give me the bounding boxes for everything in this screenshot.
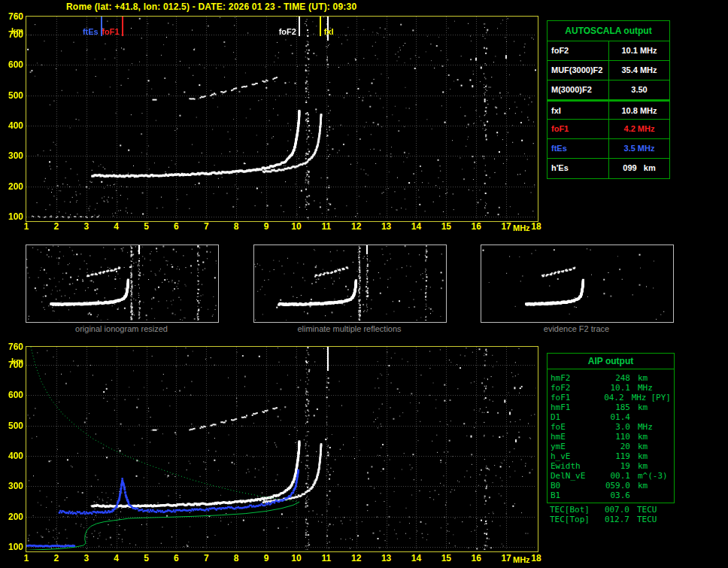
autoscala-panel-title: AUTOSCALA output [548,21,669,41]
aip-row-yme: ymE20km [548,442,674,451]
x-tick-label: 11 [319,554,334,563]
x-tick-label: 8 [229,222,244,231]
y-tick-label: 600 [1,60,23,69]
aip-row-h-ve: h_vE119km [548,451,674,461]
autoscala-parameter-label: fxI [548,102,609,119]
aip-parameter-value: 059.0 [599,481,630,491]
autoscala-output-panel: AUTOSCALA output foF210.1 MHzMUF(3000)F2… [547,20,670,179]
x-tick-label: 7 [199,554,214,563]
y-tick-label: 400 [1,451,23,460]
x-tick-label: 7 [199,222,214,231]
aip-parameter-unit: TECU [637,515,657,524]
autoscala-row-hes: h'Es099 km [548,159,669,178]
marker-label-ftEs: ftEs [83,28,99,36]
autoscala-parameter-label: M(3000)F2 [548,80,609,99]
x-tick-label: 13 [379,554,394,563]
aip-parameter-value: 19 [599,461,630,471]
aip-parameter-label: foF1 [551,393,595,402]
aip-row-tec-top-: TEC[Top]012.7TECU [547,515,675,524]
y-axis-unit-label: km [1,357,23,366]
y-tick-label: 100 [1,212,23,221]
aip-parameter-unit: km [638,481,648,491]
autoscala-row-fxi: fxI10.8 MHz [548,100,669,120]
aip-parameter-value: 03.6 [599,491,630,500]
autoscala-row-m3000f2: M(3000)F23.50 [548,80,669,100]
x-axis-unit-label: MHz [513,223,538,232]
y-tick-label: 300 [1,481,23,491]
aip-parameter-flag: [PY] [651,393,672,402]
aip-parameter-label: foF2 [551,383,599,393]
x-tick-label: 3 [79,554,94,563]
aip-parameter-value: 248 [599,373,630,383]
x-tick-label: 9 [259,222,274,231]
aip-parameter-value: 185 [599,402,630,412]
x-tick-label: 12 [349,554,364,563]
aip-parameter-value: 20 [599,442,630,451]
aip-row-fof2: foF210.1MHz [548,383,674,393]
aip-parameter-unit: MHz [632,393,647,402]
y-tick-label: 500 [1,421,23,430]
aip-parameter-value: 10.1 [599,383,630,393]
thumbnail-canvas-evidence-f2 [481,245,672,320]
aip-parameter-label: hmF1 [551,402,599,412]
marker-label-fxI: fxI [324,28,334,36]
aip-parameter-value: 3.0 [599,422,630,432]
y-axis-unit-label: km [1,26,23,35]
autoscala-parameter-value: 10.8 MHz [609,102,669,119]
autoscala-parameter-label: MUF(3000)F2 [548,61,609,80]
aip-row-hmf2: hmF2248km [548,373,674,383]
ionogram-profile-canvas [26,347,536,550]
ionogram-autoscala-canvas [26,17,536,220]
aip-tec-rows: TEC[Bot]007.0TECUTEC[Top]012.7TECU [547,505,675,524]
aip-row-deln-ve: DelN_vE00.1m^(-3) [548,471,674,481]
aip-parameter-unit: MHz [638,422,653,432]
aip-parameter-unit: MHz [638,383,653,393]
y-tick-label: 200 [1,512,23,521]
autoscala-row-muf3000f2: MUF(3000)F235.4 MHz [548,61,669,80]
aip-parameter-label: hmE [551,432,599,442]
aip-parameter-unit: km [638,451,648,461]
x-tick-label: 1 [19,554,34,563]
aip-row-b1: B103.6 [548,491,674,500]
x-tick-label: 14 [408,554,423,563]
x-tick-label: 17 [499,554,514,563]
x-tick-label: 4 [109,554,124,563]
x-tick-label: 6 [168,554,184,563]
aip-parameter-value: 110 [599,432,630,442]
aip-row-b0: B0059.0km [548,481,674,491]
marker-label-foF1: foF1 [102,28,119,36]
aip-parameter-unit: km [638,402,648,412]
x-tick-label: 1 [19,222,34,231]
autoscala-parameter-label: h'Es [548,159,609,178]
x-tick-label: 12 [349,222,364,231]
aip-parameter-unit: km [638,442,648,451]
station-date-time-header: Rome (lat: +41.8, lon: 012.5) - DATE: 20… [66,2,356,12]
x-tick-label: 2 [49,222,64,231]
y-tick-label: 500 [1,91,23,100]
x-tick-label: 10 [289,222,304,231]
top-ionogram-frame [26,16,538,222]
autoscala-parameter-value: 35.4 MHz [609,61,669,80]
aip-parameter-unit: TECU [637,505,657,515]
x-tick-label: 16 [469,554,484,563]
thumbnail-caption-evidence-f2: evidence F2 trace [481,324,672,333]
autoscala-parameter-label: ftEs [548,139,609,158]
autoscala-rows: foF210.1 MHzMUF(3000)F235.4 MHzM(3000)F2… [548,41,669,178]
autoscala-parameter-value: 099 km [609,159,669,178]
y-tick-label: 600 [1,390,23,399]
x-tick-label: 16 [469,222,484,231]
aip-parameter-unit: km [638,461,648,471]
thumbnail-evidence-f2-trace [481,245,674,323]
bottom-ionogram-frame [26,346,538,552]
x-tick-label: 11 [319,222,334,231]
thumbnail-canvas-original [26,245,217,320]
aip-row-tec-bot-: TEC[Bot]007.0TECU [547,505,675,515]
x-tick-label: 8 [229,554,244,563]
thumbnail-caption-original: original ionogram resized [26,324,217,333]
autoscala-parameter-label: foF1 [548,120,609,138]
aip-row-ewidth: Ewidth19km [548,461,674,471]
marker-label-foF2: foF2 [279,28,296,36]
aip-row-foe: foE3.0MHz [548,422,674,432]
thumbnail-canvas-eliminate-multiples [254,245,444,320]
y-tick-label: 760 [1,342,23,351]
